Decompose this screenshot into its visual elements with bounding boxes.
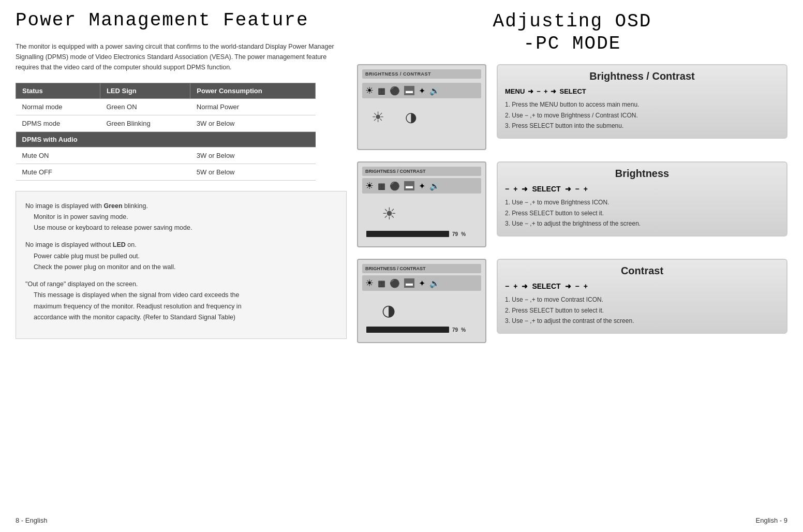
brightness-icon-2: ☀ bbox=[382, 204, 397, 223]
led-normal: Green ON bbox=[100, 98, 190, 115]
dpms-audio-header-row: DPMS with Audio bbox=[16, 131, 316, 147]
panel-controls-2: − + ➜ SELECT ➜ − + bbox=[505, 185, 779, 193]
sun-icon-2: ☀ bbox=[365, 180, 374, 191]
table-row: Mute ON 3W or Below bbox=[16, 147, 316, 164]
table-row: Mute OFF 5W or Below bbox=[16, 164, 316, 180]
panel-instructions-2: 1. Use − ,+ to move Brightness ICON. 2. … bbox=[505, 197, 779, 229]
info-line: "Out of range" displayed on the screen. bbox=[25, 280, 138, 288]
power-table: Status LED Sign Power Consumption Normal… bbox=[16, 83, 316, 181]
mute-on-led bbox=[100, 147, 190, 164]
info-subline: maximum frequency of the monitor. Readju… bbox=[25, 301, 337, 312]
plus-label: + bbox=[544, 87, 548, 95]
mute-off-power: 5W or Below bbox=[190, 164, 316, 180]
info-section-3: "Out of range" displayed on the screen. … bbox=[25, 279, 337, 323]
sun-icon-3: ☀ bbox=[365, 277, 374, 289]
osd-sun-only: ☀ bbox=[366, 204, 397, 224]
select-label: SELECT bbox=[559, 87, 586, 95]
panel-card-brightness: Brightness − + ➜ SELECT ➜ − + 1. Use − ,… bbox=[497, 161, 787, 236]
select-ctrl: SELECT bbox=[532, 185, 560, 193]
speaker-icon-2: 🔊 bbox=[429, 181, 440, 191]
gear-icon-3: ✦ bbox=[419, 278, 425, 288]
status-dpms: DPMS mode bbox=[16, 115, 100, 131]
menu-arrow: ➜ bbox=[528, 87, 533, 95]
osd-section-contrast: BRIGHTNESS / CONTRAST ☀ ▦ ⚫ ▬ ✦ 🔊 ◑ bbox=[357, 259, 787, 343]
osd-progress: 79% bbox=[366, 229, 477, 237]
info-subline: Use mouse or keyboard to release power s… bbox=[25, 223, 337, 233]
speaker-icon-3: 🔊 bbox=[429, 278, 440, 288]
col-header-status: Status bbox=[16, 83, 100, 98]
col-header-power: Power Consumption bbox=[190, 83, 316, 98]
panel-card-brightness-contrast: Brightness / Contrast MENU ➜ − + ➜ SELEC… bbox=[497, 64, 787, 138]
minus-label: − bbox=[537, 87, 541, 95]
instruction-line: 3. Use − ,+ to adjust the contrast of th… bbox=[505, 316, 779, 326]
panel-instructions-3: 1. Use − ,+ to move Contrast ICON. 2. Pr… bbox=[505, 294, 779, 326]
footer-left: 8 - English bbox=[16, 516, 47, 524]
progress-percent-3: 79 bbox=[452, 327, 458, 333]
power-normal: Normal Power bbox=[190, 98, 316, 115]
instruction-line: 1. Use − ,+ to move Brightness ICON. bbox=[505, 197, 779, 208]
instruction-line: 3. Press SELECT button into the submenu. bbox=[505, 121, 779, 131]
osd-screen-2: BRIGHTNESS / CONTRAST ☀ ▦ ⚫ ▬ ✦ 🔊 ☀ bbox=[357, 161, 486, 247]
osd-top-bar: BRIGHTNESS / CONTRAST bbox=[362, 69, 481, 79]
progress-bar-3 bbox=[366, 327, 449, 333]
table-row: DPMS mode Green Blinking 3W or Below bbox=[16, 115, 316, 131]
gear-icon: ✦ bbox=[419, 86, 425, 96]
panel-title-brightness-contrast: Brightness / Contrast bbox=[505, 70, 779, 82]
table-row: Normal mode Green ON Normal Power bbox=[16, 98, 316, 115]
info-subline: Power cable plug must be pulled out. bbox=[25, 251, 337, 262]
dot-icon-3: ⚫ bbox=[390, 278, 400, 288]
dot-icon: ⚫ bbox=[390, 86, 400, 96]
osd-section-brightness: BRIGHTNESS / CONTRAST ☀ ▦ ⚫ ▬ ✦ 🔊 ☀ bbox=[357, 161, 787, 247]
status-normal: Normal mode bbox=[16, 98, 100, 115]
arrow-ctrl: ➜ bbox=[522, 185, 528, 193]
menu-label: MENU bbox=[505, 87, 525, 95]
plus-ctrl-2: + bbox=[584, 185, 588, 193]
info-section-2: No image is displayed without LED on. Po… bbox=[25, 240, 337, 273]
info-subline: This message is displayed when the signa… bbox=[25, 290, 337, 301]
select-ctrl-3: SELECT bbox=[532, 282, 560, 290]
rect-icon-3: ▬ bbox=[404, 278, 414, 288]
intro-text: The monitor is equipped with a power sav… bbox=[16, 41, 347, 72]
osd-contrast-only: ◑ bbox=[366, 301, 395, 319]
contrast-icon: ◑ bbox=[405, 109, 417, 125]
info-line: No image is displayed with Green blinkin… bbox=[25, 202, 148, 210]
minus-ctrl-4: − bbox=[575, 282, 579, 290]
mute-on-power: 3W or Below bbox=[190, 147, 316, 164]
plus-ctrl-3: + bbox=[513, 282, 517, 290]
osd-progress-3: 79% bbox=[366, 324, 477, 333]
rect-icon: ▬ bbox=[404, 86, 414, 95]
plus-ctrl: + bbox=[513, 185, 517, 193]
grid-icon-2: ▦ bbox=[378, 181, 385, 191]
osd-screen-3: BRIGHTNESS / CONTRAST ☀ ▦ ⚫ ▬ ✦ 🔊 ◑ bbox=[357, 259, 486, 343]
instruction-line: 2. Use − ,+ to move Brightness / Contras… bbox=[505, 110, 779, 121]
dot-icon-2: ⚫ bbox=[390, 181, 400, 191]
osd-section-brightness-contrast: BRIGHTNESS / CONTRAST ☀ ▦ ⚫ ▬ ✦ 🔊 ☀ ◑ bbox=[357, 64, 787, 150]
osd-content-3: ◑ 79% bbox=[362, 296, 481, 338]
instruction-line: 1. Use − ,+ to move Contrast ICON. bbox=[505, 294, 779, 305]
page-title-right: Adjusting OSD -PC MODE bbox=[357, 10, 787, 55]
info-section-1: No image is displayed with Green blinkin… bbox=[25, 201, 337, 234]
info-subline: accordance with the monitor capacity. (R… bbox=[25, 312, 337, 323]
panel-title-contrast: Contrast bbox=[505, 265, 779, 277]
grid-icon-3: ▦ bbox=[378, 278, 385, 288]
footer-right: English - 9 bbox=[756, 516, 787, 524]
power-dpms: 3W or Below bbox=[190, 115, 316, 131]
progress-percent: 79 bbox=[452, 231, 458, 237]
arrow-right: ➜ bbox=[551, 87, 556, 95]
osd-content-2: ☀ 79% bbox=[362, 199, 481, 242]
panel-title-brightness: Brightness bbox=[505, 168, 779, 180]
instruction-line: 2. Press SELECT button to select it. bbox=[505, 208, 779, 218]
info-subline: Monitor is in power saving mode. bbox=[25, 212, 337, 223]
mute-off: Mute OFF bbox=[16, 164, 100, 180]
info-subline: Check the power plug on monitor and on t… bbox=[25, 262, 337, 273]
led-dpms: Green Blinking bbox=[100, 115, 190, 131]
rect-icon-2: ▬ bbox=[404, 181, 414, 190]
arrow-ctrl-2: ➜ bbox=[565, 185, 571, 193]
instruction-line: 3. Use − ,+ to adjust the brightness of … bbox=[505, 218, 779, 229]
minus-ctrl-2: − bbox=[575, 185, 579, 193]
osd-label: BRIGHTNESS / CONTRAST bbox=[365, 71, 478, 77]
info-line: No image is displayed without LED on. bbox=[25, 241, 137, 248]
menu-select-row: MENU ➜ − + ➜ SELECT bbox=[505, 87, 779, 95]
arrow-ctrl-4: ➜ bbox=[565, 282, 571, 290]
instruction-line: 1. Press the MENU button to access main … bbox=[505, 99, 779, 110]
